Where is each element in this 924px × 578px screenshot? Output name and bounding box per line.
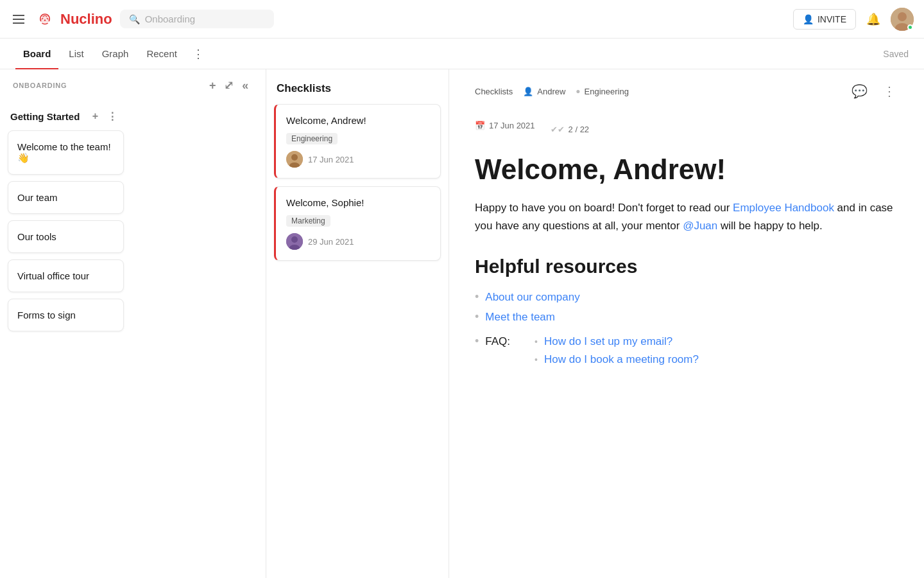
author-name: Andrew — [537, 87, 565, 96]
card-our-team[interactable]: Our team — [8, 181, 124, 214]
column-title: Getting Started — [10, 111, 80, 122]
section-label: ONBOARDING — [13, 82, 67, 89]
view-tabs: Board List Graph Recent ⋮ Saved — [0, 39, 924, 69]
doc-date: 📅 17 Jun 2021 — [475, 121, 535, 130]
main-content: ONBOARDING + ⤢ « Getting Started + ⋮ Wel… — [0, 69, 924, 578]
middle-panel: Checklists Welcome, Andrew! Engineering … — [266, 69, 449, 578]
checklist-title: Checklists — [274, 77, 441, 104]
tab-graph[interactable]: Graph — [94, 39, 137, 69]
document-title: Welcome, Andrew! — [475, 153, 898, 186]
list-item: How do I book a meeting room? — [535, 353, 699, 366]
right-panel: Checklists 👤 Andrew ● Engineering 💬 ⋮ 📅 … — [449, 69, 924, 578]
mentor-link[interactable]: @Juan — [683, 220, 717, 232]
meet-team-link[interactable]: Meet the team — [485, 311, 555, 324]
invite-icon: 👤 — [803, 14, 814, 24]
svg-point-9 — [291, 236, 298, 243]
tab-list[interactable]: List — [61, 39, 91, 69]
document-toolbar: Checklists 👤 Andrew ● Engineering 💬 ⋮ — [475, 82, 898, 108]
svg-point-1 — [44, 19, 46, 21]
card-text: Our team — [17, 192, 58, 203]
top-navigation: Nuclino 🔍 Onboarding 👤 INVITE 🔔 — [0, 0, 924, 39]
user-avatar[interactable] — [891, 8, 914, 31]
card-forms[interactable]: Forms to sign — [8, 299, 124, 331]
faq-label: FAQ: — [485, 335, 510, 348]
group-name: Engineering — [585, 87, 629, 96]
expand-button[interactable]: ⤢ — [220, 77, 238, 94]
board-columns: Getting Started + ⋮ Welcome to the team!… — [0, 99, 266, 578]
card-text: Forms to sign — [17, 310, 76, 320]
section-header: ONBOARDING + ⤢ « — [0, 69, 266, 99]
resources-title: Helpful resources — [475, 256, 898, 277]
faq-meeting-link[interactable]: How do I book a meeting room? — [544, 353, 699, 366]
doc-name: Checklists — [475, 87, 513, 96]
sophie-date: 29 Jun 2021 — [308, 237, 354, 247]
card-meta: 29 Jun 2021 — [286, 233, 430, 250]
about-company-link[interactable]: About our company — [485, 291, 579, 304]
checkmark-icon: ✔✔ — [551, 125, 565, 134]
checklist-card-sophie[interactable]: Welcome, Sophie! Marketing 29 Jun 2021 — [274, 186, 441, 261]
doc-progress: ✔✔ 2 / 22 — [551, 125, 590, 134]
body-suffix: will be happy to help. — [717, 220, 823, 232]
card-text: Our tools — [17, 231, 56, 242]
tab-board[interactable]: Board — [15, 39, 58, 69]
search-icon: 🔍 — [129, 14, 140, 24]
notifications-bell[interactable]: 🔔 — [864, 10, 883, 29]
invite-label: INVITE — [817, 14, 846, 24]
svg-point-6 — [291, 154, 298, 161]
hamburger-menu[interactable] — [10, 12, 27, 26]
doc-name-label: Checklists — [475, 87, 513, 96]
engineering-tag: Engineering — [286, 133, 338, 144]
group-icon: ● — [576, 87, 580, 96]
faq-email-link[interactable]: How do I set up my email? — [544, 335, 672, 348]
checklist-card-title: Welcome, Sophie! — [286, 197, 430, 208]
document-body: Happy to have you on board! Don't forget… — [475, 199, 898, 235]
svg-point-3 — [898, 12, 907, 21]
list-item: About our company — [475, 290, 898, 304]
search-input[interactable]: Onboarding — [145, 13, 195, 24]
group-meta: ● Engineering — [576, 87, 629, 96]
card-meta: 17 Jun 2021 — [286, 151, 430, 168]
card-text: Welcome to the team! 👋 — [17, 141, 111, 163]
tab-recent[interactable]: Recent — [139, 39, 185, 69]
card-virtual-office[interactable]: Virtual office tour — [8, 259, 124, 292]
logo[interactable]: Nuclino — [35, 9, 112, 30]
faq-sublist: How do I set up my email? How do I book … — [517, 335, 699, 371]
list-item: How do I set up my email? — [535, 335, 699, 348]
marketing-tag: Marketing — [286, 215, 330, 227]
search-bar[interactable]: 🔍 Onboarding — [120, 10, 274, 28]
checklist-card-andrew[interactable]: Welcome, Andrew! Engineering 17 Jun 2021 — [274, 104, 441, 179]
add-item-button[interactable]: + — [205, 78, 220, 94]
date-value: 17 Jun 2021 — [489, 121, 535, 130]
logo-text: Nuclino — [60, 11, 112, 28]
column-more-button[interactable]: ⋮ — [103, 109, 121, 124]
doc-meta-row: 📅 17 Jun 2021 ✔✔ 2 / 22 — [475, 121, 898, 138]
more-options-button[interactable]: ⋮ — [880, 82, 898, 100]
invite-button[interactable]: 👤 INVITE — [793, 9, 856, 30]
list-item: Meet the team — [475, 310, 898, 324]
saved-indicator: Saved — [883, 49, 909, 59]
body-prefix: Happy to have you on board! Don't forget… — [475, 202, 733, 214]
column-add-button[interactable]: + — [89, 109, 102, 124]
left-panel: ONBOARDING + ⤢ « Getting Started + ⋮ Wel… — [0, 69, 266, 578]
andrew-avatar — [286, 151, 303, 168]
resources-list: About our company Meet the team FAQ: How… — [475, 290, 898, 371]
sophie-avatar — [286, 233, 303, 250]
author-meta: 👤 Andrew — [523, 87, 565, 96]
checklist-card-title: Welcome, Andrew! — [286, 115, 430, 126]
online-indicator — [907, 24, 913, 30]
list-item: FAQ: How do I set up my email? How do I … — [475, 330, 898, 371]
tabs-more-button[interactable]: ⋮ — [190, 47, 207, 61]
collapse-button[interactable]: « — [238, 78, 253, 94]
employee-handbook-link[interactable]: Employee Handbook — [733, 202, 834, 214]
progress-value: 2 / 22 — [569, 125, 590, 134]
card-our-tools[interactable]: Our tools — [8, 220, 124, 253]
column-actions: + ⋮ — [89, 109, 121, 124]
card-welcome[interactable]: Welcome to the team! 👋 — [8, 130, 124, 175]
card-text: Virtual office tour — [17, 270, 89, 281]
comment-button[interactable]: 💬 — [849, 82, 870, 100]
andrew-date: 17 Jun 2021 — [308, 155, 354, 164]
author-icon: 👤 — [523, 87, 533, 96]
column-header: Getting Started + ⋮ — [8, 104, 124, 130]
getting-started-column: Getting Started + ⋮ Welcome to the team!… — [0, 99, 132, 578]
calendar-icon: 📅 — [475, 121, 485, 130]
